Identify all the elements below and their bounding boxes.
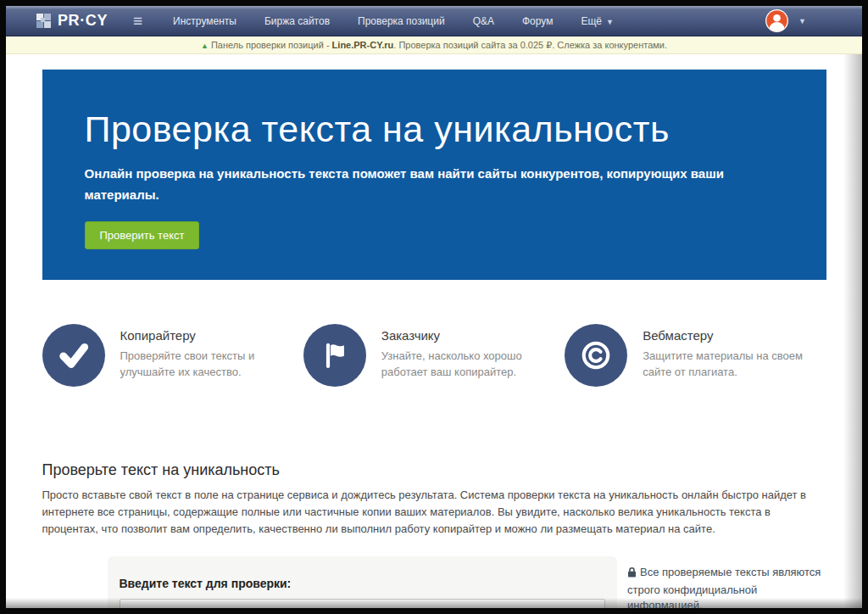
feature-client: Заказчику Узнайте, насколько хорошо рабо… bbox=[303, 324, 565, 387]
user-menu[interactable]: ▼ bbox=[765, 9, 806, 32]
notice-text: Панель проверки позиций - bbox=[211, 40, 332, 50]
nav-item-site-market[interactable]: Биржа сайтов bbox=[264, 15, 330, 27]
text-input[interactable] bbox=[120, 599, 606, 608]
feature-webmaster: Вебмастеру Защитите материалы на своем с… bbox=[565, 324, 826, 387]
top-nav: PR·CY ≡ Инструменты Биржа сайтов Проверк… bbox=[6, 6, 862, 36]
nav-item-qa[interactable]: Q&A bbox=[473, 15, 494, 27]
confidentiality-text: Все проверяемые тексты являются строго к… bbox=[627, 566, 821, 608]
screenshot-frame: PR·CY ≡ Инструменты Биржа сайтов Проверк… bbox=[0, 0, 868, 614]
feature-text: Узнайте, насколько хорошо работает ваш к… bbox=[381, 349, 553, 381]
hero-banner: Проверка текста на уникальность Онлайн п… bbox=[42, 70, 826, 280]
page-title: Проверка текста на уникальность bbox=[85, 109, 776, 150]
main-menu: Инструменты Биржа сайтов Проверка позици… bbox=[173, 15, 614, 27]
nav-item-position-check[interactable]: Проверка позиций bbox=[358, 15, 445, 27]
feature-title: Заказчику bbox=[381, 328, 553, 343]
chevron-down-icon: ▼ bbox=[606, 18, 614, 26]
hero-subtitle: Онлайн проверка на уникальность текста п… bbox=[85, 164, 754, 206]
copyright-icon bbox=[565, 324, 627, 387]
section-heading: Проверьте текст на уникальность bbox=[42, 461, 826, 479]
logo-text: PR·CY bbox=[58, 12, 108, 30]
notice-bar: ▲Панель проверки позиций - Line.PR-CY.ru… bbox=[6, 36, 862, 54]
hamburger-menu-icon[interactable]: ≡ bbox=[133, 13, 142, 29]
logo[interactable]: PR·CY bbox=[36, 12, 108, 30]
feature-copywriter: Копирайтеру Проверяйте свои тексты и улу… bbox=[42, 324, 303, 387]
avatar bbox=[765, 9, 788, 32]
nav-item-forum[interactable]: Форум bbox=[522, 15, 553, 27]
lock-icon bbox=[627, 567, 637, 582]
feature-text: Проверяйте свои тексты и улучшайте их ка… bbox=[120, 349, 292, 381]
about-section: Проверьте текст на уникальность Просто в… bbox=[42, 461, 826, 538]
flag-icon bbox=[303, 324, 366, 387]
check-icon bbox=[42, 324, 105, 387]
textarea-label: Введите текст для проверки: bbox=[120, 577, 606, 590]
notice-link[interactable]: Line.PR-CY.ru bbox=[332, 40, 394, 50]
chevron-down-icon: ▼ bbox=[798, 17, 806, 25]
logo-icon bbox=[36, 14, 51, 28]
checker-section: Введите текст для проверки: Все проверяе… bbox=[42, 556, 826, 608]
notice-text-suffix: . Проверка позиций сайта за 0.025 ₽. Сле… bbox=[393, 40, 667, 50]
page: PR·CY ≡ Инструменты Биржа сайтов Проверк… bbox=[6, 6, 862, 608]
features-row: Копирайтеру Проверяйте свои тексты и улу… bbox=[42, 324, 826, 387]
feature-title: Вебмастеру bbox=[643, 328, 814, 343]
frame-right-shadow bbox=[843, 54, 862, 608]
feature-title: Копирайтеру bbox=[120, 328, 292, 343]
confidentiality-note: Все проверяемые тексты являются строго к… bbox=[627, 556, 826, 608]
check-form-panel: Введите текст для проверки: bbox=[108, 556, 618, 608]
nav-item-more[interactable]: Ещё▼ bbox=[581, 15, 613, 27]
section-paragraph: Просто вставьте свой текст в поле на стр… bbox=[42, 487, 826, 538]
check-text-button[interactable]: Проверить текст bbox=[85, 221, 200, 249]
feature-text: Защитите материалы на своем сайте от пла… bbox=[643, 349, 814, 381]
nav-item-tools[interactable]: Инструменты bbox=[173, 15, 236, 27]
up-triangle-icon: ▲ bbox=[201, 42, 209, 50]
